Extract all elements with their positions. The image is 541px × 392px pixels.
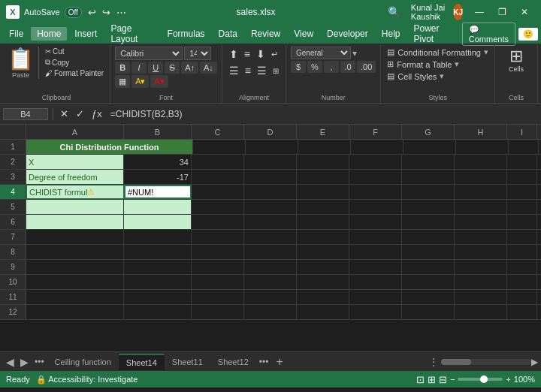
copy-button[interactable]: ⧉Copy <box>44 57 105 68</box>
cell-d1[interactable] <box>246 140 298 154</box>
user-avatar[interactable]: KJ <box>453 4 463 20</box>
insert-function-button[interactable]: ƒx <box>89 107 104 120</box>
menu-data[interactable]: Data <box>213 27 243 41</box>
cell-b3[interactable]: -17 <box>124 170 192 184</box>
cut-button[interactable]: ✂Cut <box>44 47 105 56</box>
zoom-out-button[interactable]: − <box>450 375 455 384</box>
cell-e5[interactable] <box>297 200 349 214</box>
cell-h2[interactable] <box>455 155 507 169</box>
col-header-d[interactable]: D <box>244 125 297 140</box>
more-tools-button[interactable]: ⋯ <box>115 5 128 20</box>
sheet-tab-sheet14[interactable]: Sheet14 <box>119 354 165 370</box>
cell-f5[interactable] <box>349 200 402 214</box>
accessibility-status[interactable]: 🔒 Accessibility: Investigate <box>36 375 138 384</box>
cell-c3[interactable] <box>192 170 244 184</box>
merge-center-button[interactable]: ⊞ <box>270 65 281 77</box>
share-button[interactable]: 🙂 <box>518 28 538 41</box>
menu-file[interactable]: File <box>3 27 29 41</box>
cell-g3[interactable] <box>402 170 455 184</box>
wrap-text-button[interactable]: ↵ <box>269 48 280 61</box>
cell-i1[interactable] <box>509 140 539 154</box>
italic-button[interactable]: I <box>131 62 147 74</box>
horizontal-scrollbar[interactable] <box>441 359 531 365</box>
restore-button[interactable]: ❐ <box>491 4 512 20</box>
cell-reference-box[interactable] <box>3 108 48 120</box>
cell-g6[interactable] <box>402 215 455 229</box>
cell-a7[interactable] <box>26 230 124 244</box>
border-button[interactable]: ▦ <box>115 75 130 88</box>
cell-f6[interactable] <box>349 215 402 229</box>
cell-i3[interactable] <box>507 170 537 184</box>
decrease-font-button[interactable]: A↓ <box>200 62 217 74</box>
menu-insert[interactable]: Insert <box>68 27 103 41</box>
underline-button[interactable]: U <box>148 62 163 74</box>
menu-developer[interactable]: Developer <box>321 27 374 41</box>
scrollbar-thumb[interactable] <box>441 359 471 365</box>
formula-input[interactable] <box>107 108 538 120</box>
cell-g1[interactable] <box>403 140 456 154</box>
tab-more-right[interactable]: ••• <box>256 357 272 367</box>
cell-e1[interactable] <box>298 140 351 154</box>
cell-i4[interactable] <box>507 185 537 199</box>
align-right-button[interactable]: ☰ <box>255 63 269 78</box>
cell-b7[interactable] <box>124 230 192 244</box>
strikethrough-button[interactable]: S <box>165 62 180 74</box>
cell-a6[interactable] <box>26 215 124 229</box>
cell-g2[interactable] <box>402 155 455 169</box>
number-format-select[interactable]: General <box>291 47 351 59</box>
sheet-tab-sheet11[interactable]: Sheet11 <box>165 354 210 369</box>
col-header-f[interactable]: F <box>349 125 402 140</box>
minimize-button[interactable]: — <box>469 4 490 20</box>
percent-button[interactable]: % <box>307 61 322 73</box>
cell-c7[interactable] <box>192 230 244 244</box>
confirm-formula-button[interactable]: ✓ <box>74 107 86 120</box>
cell-b6[interactable] <box>124 215 192 229</box>
cell-d6[interactable] <box>244 215 297 229</box>
font-family-select[interactable]: Calibri <box>115 47 183 60</box>
font-color-button[interactable]: A▾ <box>150 75 168 88</box>
view-layout-button[interactable]: ⊞ <box>428 374 436 385</box>
paste-button[interactable]: 📋 <box>8 47 34 71</box>
cell-f4[interactable] <box>349 185 402 199</box>
cell-a4[interactable]: CHIDIST formul⚠ <box>26 185 124 199</box>
increase-decimal-button[interactable]: .0 <box>340 61 355 73</box>
tab-nav-next[interactable]: ▶ <box>17 356 32 368</box>
cell-b5[interactable] <box>124 200 192 214</box>
tab-nav-prev[interactable]: ◀ <box>3 356 17 368</box>
cell-h1[interactable] <box>456 140 509 154</box>
col-header-a[interactable]: A <box>26 125 124 140</box>
align-middle-button[interactable]: ≡ <box>242 47 252 62</box>
menu-home[interactable]: Home <box>31 27 67 41</box>
cell-c1[interactable] <box>193 140 246 154</box>
cell-d5[interactable] <box>244 200 297 214</box>
cancel-formula-button[interactable]: ✕ <box>58 107 71 120</box>
cells-button[interactable]: ⊞ Cells <box>500 47 533 74</box>
align-left-button[interactable]: ☰ <box>227 63 241 78</box>
cell-h5[interactable] <box>455 200 507 214</box>
conditional-formatting-button[interactable]: ▤ Conditional Formatting ▾ <box>385 47 490 58</box>
cell-h3[interactable] <box>455 170 507 184</box>
col-header-i[interactable]: I <box>507 125 537 140</box>
cell-i5[interactable] <box>507 200 537 214</box>
cell-h4[interactable] <box>455 185 507 199</box>
cell-a2[interactable]: X <box>26 155 124 169</box>
col-header-b[interactable]: B <box>124 125 192 140</box>
cell-styles-button[interactable]: ▤ Cell Styles ▾ <box>385 71 490 82</box>
menu-help[interactable]: Help <box>376 27 407 41</box>
menu-page-layout[interactable]: Page Layout <box>104 22 159 46</box>
cell-b2[interactable]: 34 <box>124 155 192 169</box>
cell-e2[interactable] <box>297 155 349 169</box>
close-button[interactable]: ✕ <box>514 4 535 20</box>
cell-d4[interactable] <box>244 185 297 199</box>
tab-more-left[interactable]: ••• <box>32 357 47 367</box>
cell-g4[interactable] <box>402 185 455 199</box>
cell-i2[interactable] <box>507 155 537 169</box>
sheet-tab-sheet12[interactable]: Sheet12 <box>210 354 256 369</box>
cell-c5[interactable] <box>192 200 244 214</box>
cell-h6[interactable] <box>455 215 507 229</box>
cell-f2[interactable] <box>349 155 402 169</box>
col-header-c[interactable]: C <box>192 125 244 140</box>
menu-review[interactable]: Review <box>245 27 286 41</box>
menu-formulas[interactable]: Formulas <box>162 27 211 41</box>
cell-d3[interactable] <box>244 170 297 184</box>
